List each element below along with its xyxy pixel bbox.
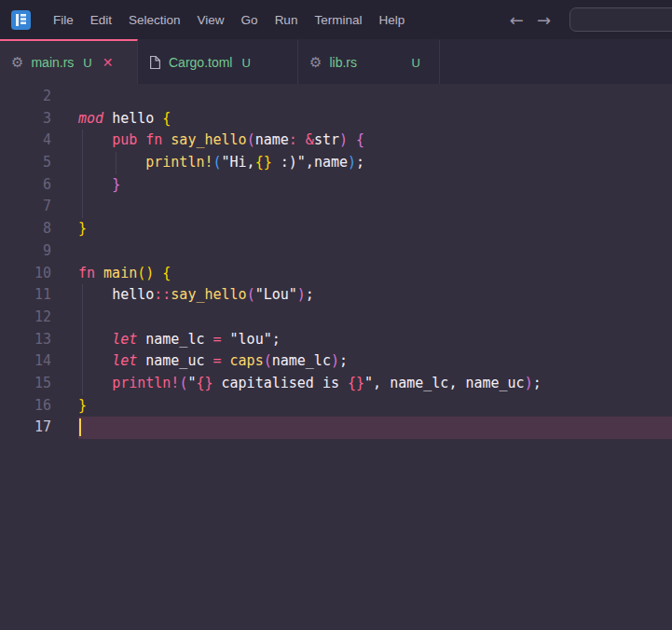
code-token: hello [112, 286, 154, 303]
back-arrow-icon[interactable]: ← [510, 10, 524, 30]
code-token: name_uc [145, 352, 204, 369]
modified-badge: U [83, 56, 91, 70]
close-icon[interactable]: ✕ [103, 55, 114, 70]
code-line-14[interactable]: 14 let name_uc = caps(name_lc); [0, 350, 672, 373]
line-content[interactable]: } [78, 174, 672, 197]
menu-item-go[interactable]: Go [233, 8, 267, 32]
code-line-5[interactable]: 5 println!("Hi,{} :)",name); [0, 152, 672, 174]
menu-item-terminal[interactable]: Terminal [306, 8, 370, 32]
code-token: pub [112, 131, 137, 148]
app-icon[interactable] [11, 10, 31, 30]
command-center-input[interactable] [569, 7, 672, 32]
line-number[interactable]: 13 [0, 329, 78, 351]
code-token: ( [247, 286, 255, 303]
code-token: ) [339, 131, 348, 148]
line-number[interactable]: 16 [0, 395, 78, 418]
line-number[interactable]: 15 [0, 373, 78, 395]
code-token: ; [339, 352, 348, 369]
line-content[interactable]: let name_lc = "lou"; [78, 329, 672, 351]
line-number[interactable]: 9 [0, 240, 78, 263]
line-number[interactable]: 3 [0, 108, 78, 130]
line-content[interactable] [78, 307, 672, 329]
tab-lib-rs[interactable]: ⚙lib.rsU [298, 39, 440, 84]
code-token: name_lc [145, 331, 204, 348]
code-token [78, 154, 145, 171]
menu-item-edit[interactable]: Edit [82, 8, 120, 32]
code-line-2[interactable]: 2 [0, 86, 672, 108]
code-token: "Lou" [255, 286, 297, 303]
code-token: main [103, 265, 137, 281]
indent-guide [82, 152, 83, 174]
code-token [78, 286, 112, 303]
line-content[interactable]: hello::say_hello("Lou"); [78, 284, 672, 307]
code-line-12[interactable]: 12 [0, 307, 672, 329]
indent-guide [82, 130, 83, 152]
forward-arrow-icon[interactable]: → [537, 10, 551, 30]
line-content[interactable] [78, 86, 672, 108]
line-content[interactable]: pub fn say_hello(name: &str) { [78, 130, 672, 152]
code-line-15[interactable]: 15 println!("{} capitalised is {}", name… [0, 373, 672, 395]
line-number[interactable]: 4 [0, 130, 78, 152]
line-content[interactable]: mod hello { [78, 108, 672, 130]
line-number[interactable]: 14 [0, 350, 78, 373]
line-number[interactable]: 17 [0, 417, 78, 439]
code-token: ; [272, 331, 281, 348]
menu-item-view[interactable]: View [189, 8, 233, 32]
code-token: : [289, 131, 297, 148]
line-number[interactable]: 6 [0, 174, 78, 197]
line-content[interactable]: println!("Hi,{} :)",name); [78, 152, 672, 174]
code-line-6[interactable]: 6 } [0, 174, 672, 197]
line-content[interactable]: let name_uc = caps(name_lc); [78, 350, 672, 373]
code-token: ) [525, 375, 533, 391]
menu-item-run[interactable]: Run [267, 8, 307, 32]
menu-item-selection[interactable]: Selection [120, 8, 189, 32]
indent-guide [82, 329, 83, 351]
line-content[interactable] [78, 417, 672, 439]
line-content[interactable] [78, 196, 672, 218]
code-line-3[interactable]: 3mod hello { [0, 108, 672, 130]
code-token: say_hello [171, 131, 246, 148]
code-token [78, 176, 112, 193]
code-line-9[interactable]: 9 [0, 240, 672, 263]
code-token [154, 110, 162, 127]
rust-file-icon: ⚙ [309, 54, 322, 71]
line-content[interactable]: println!("{} capitalised is {}", name_lc… [78, 373, 672, 395]
code-token: fn [145, 131, 162, 148]
code-token [137, 331, 145, 348]
code-token [78, 331, 112, 348]
code-line-4[interactable]: 4 pub fn say_hello(name: &str) { [0, 130, 672, 152]
indent-guide [82, 307, 83, 329]
indent-guide [82, 350, 83, 373]
code-token [78, 352, 112, 369]
menu-item-help[interactable]: Help [370, 8, 413, 32]
line-number[interactable]: 8 [0, 218, 78, 240]
code-token [204, 331, 213, 348]
code-line-10[interactable]: 10fn main() { [0, 263, 672, 285]
line-number[interactable]: 5 [0, 152, 78, 174]
line-content[interactable]: fn main() { [78, 263, 672, 285]
code-token: caps [230, 352, 264, 369]
tab-label: lib.rs [329, 55, 357, 70]
line-number[interactable]: 11 [0, 284, 78, 307]
tab-label: main.rs [31, 55, 74, 70]
code-token: str [314, 131, 339, 148]
line-content[interactable]: } [78, 395, 672, 418]
tab-cargo-toml[interactable]: Cargo.tomlU [138, 39, 298, 84]
line-number[interactable]: 2 [0, 86, 78, 108]
code-token: { [356, 131, 364, 148]
menu-item-file[interactable]: File [45, 8, 82, 32]
tab-main-rs[interactable]: ⚙main.rsU✕ [0, 39, 138, 84]
line-number[interactable]: 12 [0, 307, 78, 329]
code-line-17[interactable]: 17 [0, 417, 672, 439]
code-line-7[interactable]: 7 [0, 196, 672, 218]
code-line-16[interactable]: 16} [0, 395, 672, 418]
code-line-11[interactable]: 11 hello::say_hello("Lou"); [0, 284, 672, 307]
line-content[interactable]: } [78, 218, 672, 240]
tab-label: Cargo.toml [169, 55, 232, 70]
line-number[interactable]: 7 [0, 196, 78, 218]
code-token: { [162, 110, 171, 127]
code-line-13[interactable]: 13 let name_lc = "lou"; [0, 329, 672, 351]
line-number[interactable]: 10 [0, 263, 78, 285]
line-content[interactable] [78, 240, 672, 263]
code-line-8[interactable]: 8} [0, 218, 672, 240]
